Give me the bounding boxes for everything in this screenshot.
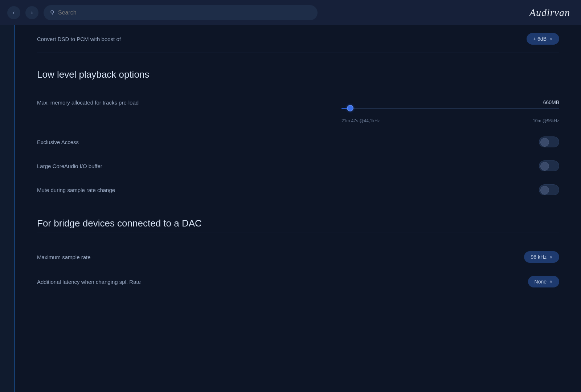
slider-hints: 21m 47s @44,1kHz 10m @96kHz [341,118,559,123]
max-sample-rate-label: Maximum sample rate [37,254,91,260]
topbar: ‹ › ⚲ Audirvan [0,0,581,25]
mute-toggle[interactable] [539,184,559,195]
large-buffer-row: Large CoreAudio I/O buffer [37,154,559,178]
exclusive-access-row: Exclusive Access [37,130,559,154]
bridge-heading: For bridge devices connected to a DAC [37,218,559,229]
mute-thumb [540,186,549,195]
exclusive-access-toggle[interactable] [539,136,559,147]
max-sample-rate-dropdown[interactable]: 96 kHz ∨ [524,251,559,263]
large-buffer-label: Large CoreAudio I/O buffer [37,163,102,169]
large-buffer-toggle[interactable] [539,160,559,171]
forward-button[interactable]: › [25,6,38,19]
exclusive-access-label: Exclusive Access [37,139,79,145]
slider-hint-right: 10m @96kHz [533,118,559,123]
memory-row: Max. memory allocated for tracks pre-loa… [37,96,559,130]
search-icon: ⚲ [50,9,54,16]
max-sample-rate-chevron-icon: ∨ [549,254,553,260]
boost-dropdown[interactable]: + 6dB ∨ [527,33,559,45]
low-level-heading: Low level playback options [37,69,559,80]
large-buffer-thumb [540,162,549,171]
additional-latency-chevron-icon: ∨ [549,279,553,284]
convert-dsd-row: Convert DSD to PCM with boost of + 6dB ∨ [37,25,559,53]
mute-track [539,184,559,195]
additional-latency-label: Additional latency when changing spl. Ra… [37,279,141,285]
main-layout: Convert DSD to PCM with boost of + 6dB ∨… [0,25,581,392]
mute-row: Mute during sample rate change [37,178,559,202]
exclusive-access-thumb [540,138,549,147]
large-buffer-track [539,160,559,171]
additional-latency-value: None [535,279,547,285]
back-button[interactable]: ‹ [7,6,20,19]
additional-latency-row: Additional latency when changing spl. Ra… [37,269,559,294]
bridge-divider [37,233,559,233]
slider-thumb [347,105,353,111]
brand-logo: Audirvan [529,7,570,19]
boost-value: + 6dB [533,36,547,42]
slider-track-bg [341,108,559,109]
mute-label: Mute during sample rate change [37,187,115,193]
additional-latency-dropdown[interactable]: None ∨ [528,276,559,287]
low-level-divider [37,84,559,84]
exclusive-access-track [539,136,559,147]
memory-slider-container: 660MB 21m 47s @44,1kHz 10m @96kHz [341,99,559,123]
max-sample-rate-row: Maximum sample rate 96 kHz ∨ [37,245,559,269]
memory-value-top: 660MB [543,99,559,105]
search-bar: ⚲ [44,5,318,20]
convert-dsd-label: Convert DSD to PCM with boost of [37,36,121,42]
memory-label: Max. memory allocated for tracks pre-loa… [37,99,139,106]
sidebar-strip [0,25,15,392]
slider-hint-left: 21m 47s @44,1kHz [341,118,380,123]
search-input[interactable] [58,9,311,16]
content-area: Convert DSD to PCM with boost of + 6dB ∨… [15,25,581,392]
boost-chevron-icon: ∨ [549,36,553,41]
max-sample-rate-value: 96 kHz [531,254,547,260]
memory-slider-track-wrapper [341,107,559,115]
